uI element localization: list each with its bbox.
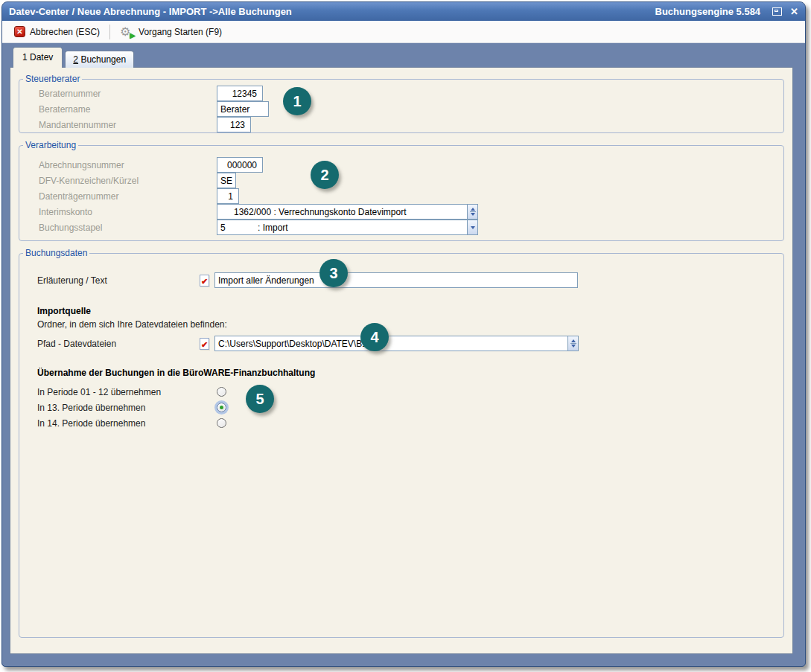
pfad-input[interactable] <box>214 336 568 351</box>
group-buchungsdaten-legend: Buchungsdaten <box>23 248 89 258</box>
tab-datev[interactable]: 1 Datev <box>13 47 63 68</box>
interimskonto-spinner[interactable] <box>468 204 478 220</box>
datentraegernummer-input[interactable] <box>217 188 239 204</box>
cancel-button-label: Abbrechen (ESC) <box>30 27 100 37</box>
group-steuerberater-legend: Steuerberater <box>23 74 82 84</box>
buchungsstapel-label: Buchungsstapel <box>39 223 217 233</box>
datentraegernummer-label: Datenträgernummer <box>39 191 217 202</box>
field-row: DFV-Kennzeichen/Kürzel <box>39 173 783 188</box>
field-row: Erläuterung / Text <box>37 272 783 288</box>
field-row: Mandantennummer <box>39 117 783 132</box>
erlaeuterung-check-icon[interactable] <box>200 275 209 287</box>
importquelle-hint: Ordner, in dem sich Ihre Datevdateien be… <box>37 319 783 330</box>
periode-01-12-radio[interactable] <box>217 387 226 397</box>
dfv-kennzeichen-input[interactable] <box>217 173 236 188</box>
buchungsstapel-code: 5 <box>220 223 258 233</box>
cancel-button[interactable]: ✕ Abbrechen (ESC) <box>8 24 106 39</box>
engine-version-label: Buchungsengine 5.584 <box>655 6 761 17</box>
pfad-label: Pfad - Datevdateien <box>37 339 200 349</box>
radio-row-periode-13: In 13. Periode übernehmen <box>37 400 783 415</box>
field-row: Interimskonto <box>39 204 783 220</box>
group-steuerberater: Steuerberater Beraternummer Beratername … <box>19 74 784 133</box>
annotation-badge-4: 4 <box>360 323 389 351</box>
dfv-kennzeichen-label: DFV-Kennzeichen/Kürzel <box>39 176 217 186</box>
interimskonto-input[interactable] <box>217 204 468 220</box>
group-verarbeitung-legend: Verarbeitung <box>23 140 78 150</box>
annotation-badge-2: 2 <box>311 161 339 189</box>
tab-panel-datev: Steuerberater Beraternummer Beratername … <box>10 67 793 654</box>
field-row: Pfad - Datevdateien <box>37 336 783 351</box>
erlaeuterung-label: Erläuterung / Text <box>37 275 200 286</box>
field-row: Beratername <box>39 101 783 117</box>
tab-bar: 1 Datev 2 Buchungen <box>13 47 134 68</box>
spinner-down-icon <box>571 345 576 348</box>
beratername-label: Beratername <box>39 104 217 115</box>
abrechnungsnummer-input[interactable] <box>217 157 263 173</box>
mandantennummer-label: Mandantennummer <box>39 120 217 130</box>
cancel-x-icon: ✕ <box>14 26 25 37</box>
mandantennummer-input[interactable] <box>217 117 251 132</box>
restore-icon[interactable] <box>772 7 782 16</box>
periode-13-label: In 13. Periode übernehmen <box>37 403 217 413</box>
abrechnungsnummer-label: Abrechnungsnummer <box>39 160 217 170</box>
buchungsstapel-text: : Import <box>258 223 288 233</box>
tab-buchungen-label: Buchungen <box>78 54 126 65</box>
buchungsstapel-input[interactable]: 5 : Import <box>217 220 468 235</box>
tab-buchungen[interactable]: 2 Buchungen <box>65 51 134 68</box>
field-row: Beraternummer <box>39 86 783 101</box>
start-process-button[interactable]: ⚙▶ Vorgang Starten (F9) <box>114 23 228 41</box>
annotation-badge-5: 5 <box>246 385 274 413</box>
start-process-button-label: Vorgang Starten (F9) <box>139 27 222 37</box>
beraternummer-label: Beraternummer <box>39 89 217 99</box>
uebernahme-heading: Übernahme der Buchungen in die BüroWARE-… <box>37 368 783 378</box>
annotation-badge-1: 1 <box>283 87 311 115</box>
field-row: Buchungsstapel 5 : Import <box>39 220 783 235</box>
radio-row-periode-01-12: In Periode 01 - 12 übernehmen <box>37 384 783 400</box>
chevron-down-icon <box>471 226 475 229</box>
annotation-badge-3: 3 <box>319 259 348 287</box>
window-controls: ✕ <box>772 7 798 16</box>
radio-row-periode-14: In 14. Periode übernehmen <box>37 415 783 431</box>
field-row: Datenträgernummer <box>39 188 783 204</box>
beratername-input[interactable] <box>217 101 269 117</box>
app-window: Datev-Center / Neue Abrechnung - IMPORT … <box>1 1 806 667</box>
importquelle-heading: Importquelle <box>37 306 783 316</box>
spinner-up-icon <box>471 208 475 211</box>
buchungsstapel-dropdown-button[interactable] <box>468 220 478 235</box>
field-row: Abrechnungsnummer <box>39 157 783 173</box>
pfad-check-icon[interactable] <box>200 338 209 350</box>
spinner-down-icon <box>471 213 475 216</box>
periode-13-radio[interactable] <box>217 403 226 412</box>
erlaeuterung-input[interactable] <box>214 272 578 288</box>
window-title: Datev-Center / Neue Abrechnung - IMPORT … <box>9 6 655 17</box>
group-buchungsdaten: Buchungsdaten Erläuterung / Text Importq… <box>19 248 784 638</box>
play-icon: ▶ <box>130 32 136 39</box>
toolbar-separator <box>109 25 110 39</box>
close-icon[interactable]: ✕ <box>790 7 798 16</box>
toolbar: ✕ Abbrechen (ESC) ⚙▶ Vorgang Starten (F9… <box>2 21 805 43</box>
periode-14-radio[interactable] <box>217 418 226 428</box>
periode-14-label: In 14. Periode übernehmen <box>37 418 217 429</box>
titlebar: Datev-Center / Neue Abrechnung - IMPORT … <box>2 2 805 21</box>
beraternummer-input[interactable] <box>217 86 263 101</box>
pfad-spinner[interactable] <box>568 336 579 351</box>
group-verarbeitung: Verarbeitung Abrechnungsnummer DFV-Kennz… <box>19 140 784 241</box>
spinner-up-icon <box>571 339 576 342</box>
gear-start-icon: ⚙▶ <box>120 25 134 39</box>
periode-01-12-label: In Periode 01 - 12 übernehmen <box>37 387 217 397</box>
tab-datev-label: 1 Datev <box>22 52 53 63</box>
interimskonto-label: Interimskonto <box>39 207 217 217</box>
